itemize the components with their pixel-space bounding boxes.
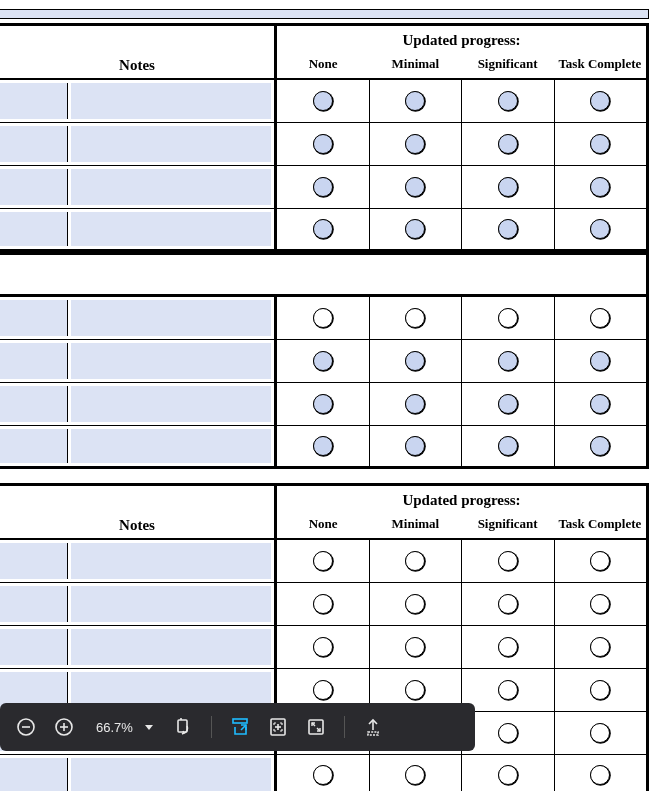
notes-right-field[interactable] [71,300,271,336]
notes-right-field[interactable] [71,429,271,463]
radio-button[interactable] [313,351,333,371]
radio-button[interactable] [498,594,518,614]
notes-cell[interactable] [0,626,277,668]
zoom-out-button[interactable] [10,711,42,743]
notes-left-field[interactable] [0,429,68,463]
notes-cell[interactable] [0,166,277,208]
radio-button[interactable] [498,177,518,197]
zoom-dropdown-caret[interactable] [145,725,153,730]
notes-left-field[interactable] [0,586,68,622]
radio-button[interactable] [590,308,610,328]
notes-cell[interactable] [0,583,277,625]
radio-button[interactable] [498,308,518,328]
radio-button[interactable] [590,637,610,657]
notes-cell[interactable] [0,80,277,122]
radio-button[interactable] [590,351,610,371]
radio-button[interactable] [590,765,610,785]
notes-left-field[interactable] [0,629,68,665]
radio-button[interactable] [313,177,333,197]
radio-button[interactable] [405,765,425,785]
radio-button[interactable] [313,394,333,414]
notes-right-field[interactable] [71,543,271,579]
radio-button[interactable] [313,134,333,154]
notes-cell[interactable] [0,297,277,339]
notes-right-field[interactable] [71,169,271,205]
rotate-button[interactable] [167,711,199,743]
radio-button[interactable] [405,551,425,571]
radio-button[interactable] [313,680,333,700]
radio-button[interactable] [590,134,610,154]
notes-right-field[interactable] [71,212,271,246]
radio-button[interactable] [313,765,333,785]
radio-button[interactable] [498,765,518,785]
radio-button[interactable] [498,134,518,154]
radio-button[interactable] [590,551,610,571]
notes-left-field[interactable] [0,758,68,791]
fit-page-button[interactable] [262,711,294,743]
radio-button[interactable] [498,219,518,239]
radio-button[interactable] [590,219,610,239]
notes-left-field[interactable] [0,83,68,119]
radio-button[interactable] [498,91,518,111]
radio-button[interactable] [313,91,333,111]
radio-button[interactable] [405,308,425,328]
notes-left-field[interactable] [0,212,68,246]
radio-button[interactable] [498,637,518,657]
radio-button[interactable] [313,594,333,614]
notes-left-field[interactable] [0,386,68,422]
radio-button[interactable] [498,436,518,456]
radio-button[interactable] [590,436,610,456]
fullscreen-button[interactable] [300,711,332,743]
notes-left-field[interactable] [0,300,68,336]
radio-button[interactable] [590,680,610,700]
notes-left-field[interactable] [0,343,68,379]
radio-button[interactable] [405,351,425,371]
notes-right-field[interactable] [71,83,271,119]
share-button[interactable] [357,711,389,743]
radio-button[interactable] [405,134,425,154]
radio-button[interactable] [590,91,610,111]
radio-button[interactable] [590,594,610,614]
radio-button[interactable] [590,723,610,743]
notes-cell[interactable] [0,123,277,165]
notes-left-field[interactable] [0,543,68,579]
radio-button[interactable] [405,219,425,239]
notes-cell[interactable] [0,540,277,582]
zoom-in-button[interactable] [48,711,80,743]
notes-cell[interactable] [0,383,277,425]
zoom-level[interactable]: 66.7% [86,720,139,735]
radio-button[interactable] [498,351,518,371]
notes-cell[interactable] [0,340,277,382]
notes-left-field[interactable] [0,126,68,162]
notes-right-field[interactable] [71,386,271,422]
radio-button[interactable] [498,723,518,743]
radio-button[interactable] [405,91,425,111]
radio-button[interactable] [313,308,333,328]
radio-button[interactable] [498,394,518,414]
radio-button[interactable] [313,637,333,657]
notes-right-field[interactable] [71,758,271,791]
radio-button[interactable] [405,394,425,414]
notes-cell[interactable] [0,755,277,791]
radio-button[interactable] [405,177,425,197]
notes-cell[interactable] [0,426,277,466]
radio-button[interactable] [405,594,425,614]
radio-button[interactable] [590,394,610,414]
radio-button[interactable] [313,551,333,571]
notes-right-field[interactable] [71,126,271,162]
notes-cell[interactable] [0,209,277,249]
notes-right-field[interactable] [71,586,271,622]
radio-button[interactable] [498,680,518,700]
radio-button[interactable] [313,436,333,456]
radio-button[interactable] [405,637,425,657]
radio-button[interactable] [590,177,610,197]
radio-button[interactable] [405,680,425,700]
notes-right-field[interactable] [71,343,271,379]
radio-button[interactable] [405,436,425,456]
radio-button[interactable] [313,219,333,239]
notes-right-field[interactable] [71,629,271,665]
radio-button[interactable] [498,551,518,571]
page-width-button[interactable] [224,711,256,743]
notes-left-field[interactable] [0,169,68,205]
col-none: None [277,513,369,538]
